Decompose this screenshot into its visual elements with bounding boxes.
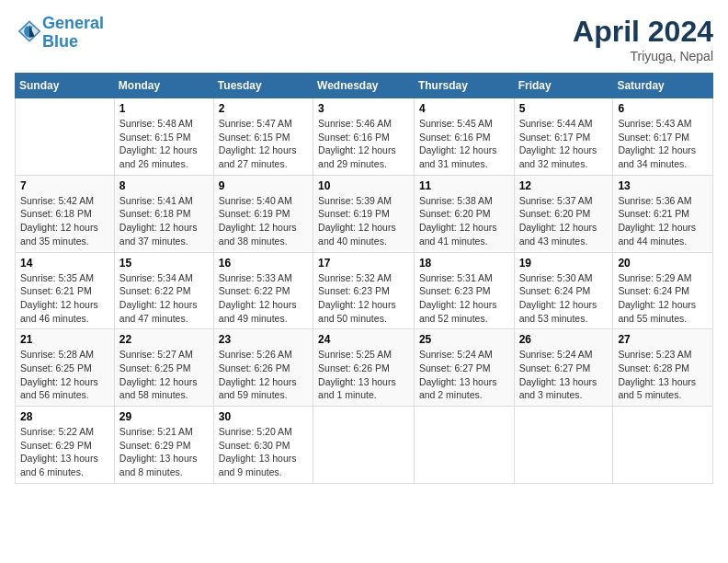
calendar-cell: 3Sunrise: 5:46 AM Sunset: 6:16 PM Daylig… [313,98,415,176]
day-info: Sunrise: 5:26 AM Sunset: 6:26 PM Dayligh… [219,348,308,402]
calendar-cell: 15Sunrise: 5:34 AM Sunset: 6:22 PM Dayli… [114,252,213,329]
calendar-cell [414,407,514,484]
calendar-cell: 8Sunrise: 5:41 AM Sunset: 6:18 PM Daylig… [114,175,213,252]
calendar-cell: 19Sunrise: 5:30 AM Sunset: 6:24 PM Dayli… [514,252,613,329]
day-number: 14 [20,257,109,270]
day-info: Sunrise: 5:36 AM Sunset: 6:21 PM Dayligh… [618,194,708,248]
day-info: Sunrise: 5:44 AM Sunset: 6:17 PM Dayligh… [519,117,609,171]
calendar-cell: 28Sunrise: 5:22 AM Sunset: 6:29 PM Dayli… [16,407,115,484]
calendar-cell: 18Sunrise: 5:31 AM Sunset: 6:23 PM Dayli… [414,252,514,329]
logo-icon [17,18,42,44]
day-info: Sunrise: 5:27 AM Sunset: 6:25 PM Dayligh… [119,348,209,402]
calendar-week-row: 7Sunrise: 5:42 AM Sunset: 6:18 PM Daylig… [16,175,713,252]
weekday-header: Thursday [414,74,514,98]
weekday-header: Wednesday [313,74,415,98]
day-number: 8 [119,179,209,192]
calendar-cell: 12Sunrise: 5:37 AM Sunset: 6:20 PM Dayli… [514,175,613,252]
title-area: April 2024 Triyuga, Nepal [573,15,713,63]
day-number: 21 [20,333,109,346]
day-info: Sunrise: 5:47 AM Sunset: 6:15 PM Dayligh… [219,117,308,171]
day-info: Sunrise: 5:43 AM Sunset: 6:17 PM Dayligh… [618,117,708,171]
calendar-header-row: SundayMondayTuesdayWednesdayThursdayFrid… [16,74,713,98]
calendar-cell: 17Sunrise: 5:32 AM Sunset: 6:23 PM Dayli… [313,252,415,329]
day-info: Sunrise: 5:28 AM Sunset: 6:25 PM Dayligh… [20,348,109,402]
day-info: Sunrise: 5:40 AM Sunset: 6:19 PM Dayligh… [219,194,308,248]
calendar-week-row: 14Sunrise: 5:35 AM Sunset: 6:21 PM Dayli… [16,252,713,329]
day-info: Sunrise: 5:34 AM Sunset: 6:22 PM Dayligh… [119,271,209,326]
day-number: 10 [318,179,409,192]
logo: General Blue [15,15,104,52]
location-subtitle: Triyuga, Nepal [573,49,713,63]
day-number: 13 [618,179,708,192]
day-info: Sunrise: 5:42 AM Sunset: 6:18 PM Dayligh… [20,194,109,248]
calendar-cell: 2Sunrise: 5:47 AM Sunset: 6:15 PM Daylig… [213,98,313,176]
day-info: Sunrise: 5:46 AM Sunset: 6:16 PM Dayligh… [318,117,409,171]
calendar-cell [514,407,613,484]
day-number: 5 [519,102,609,115]
calendar-week-row: 1Sunrise: 5:48 AM Sunset: 6:15 PM Daylig… [16,98,713,176]
calendar-cell: 9Sunrise: 5:40 AM Sunset: 6:19 PM Daylig… [213,175,313,252]
calendar-cell: 30Sunrise: 5:20 AM Sunset: 6:30 PM Dayli… [213,407,313,484]
weekday-header: Tuesday [213,74,313,98]
day-number: 25 [419,333,509,346]
weekday-header: Monday [114,74,213,98]
logo-line2: Blue [42,32,78,51]
day-number: 3 [318,102,409,115]
calendar-cell: 14Sunrise: 5:35 AM Sunset: 6:21 PM Dayli… [16,252,115,329]
day-number: 11 [419,179,509,192]
day-info: Sunrise: 5:24 AM Sunset: 6:27 PM Dayligh… [519,348,609,402]
day-number: 12 [519,179,609,192]
day-number: 4 [419,102,509,115]
calendar-cell [313,407,415,484]
day-info: Sunrise: 5:48 AM Sunset: 6:15 PM Dayligh… [119,117,209,171]
day-number: 23 [219,333,308,346]
day-number: 7 [20,179,109,192]
calendar-cell [16,98,115,176]
day-number: 28 [20,410,109,423]
day-number: 18 [419,257,509,270]
day-info: Sunrise: 5:45 AM Sunset: 6:16 PM Dayligh… [419,117,509,171]
day-info: Sunrise: 5:30 AM Sunset: 6:24 PM Dayligh… [519,271,609,326]
day-number: 2 [219,102,308,115]
calendar-cell: 6Sunrise: 5:43 AM Sunset: 6:17 PM Daylig… [613,98,713,176]
day-info: Sunrise: 5:24 AM Sunset: 6:27 PM Dayligh… [419,348,509,402]
calendar-cell: 21Sunrise: 5:28 AM Sunset: 6:25 PM Dayli… [16,329,115,407]
calendar-cell: 20Sunrise: 5:29 AM Sunset: 6:24 PM Dayli… [613,252,713,329]
day-number: 9 [219,179,308,192]
calendar-table: SundayMondayTuesdayWednesdayThursdayFrid… [15,73,713,484]
day-number: 15 [119,257,209,270]
day-info: Sunrise: 5:38 AM Sunset: 6:20 PM Dayligh… [419,194,509,248]
month-title: April 2024 [573,15,713,49]
calendar-cell: 1Sunrise: 5:48 AM Sunset: 6:15 PM Daylig… [114,98,213,176]
calendar-cell: 7Sunrise: 5:42 AM Sunset: 6:18 PM Daylig… [16,175,115,252]
calendar-cell: 25Sunrise: 5:24 AM Sunset: 6:27 PM Dayli… [414,329,514,407]
day-number: 26 [519,333,609,346]
day-info: Sunrise: 5:31 AM Sunset: 6:23 PM Dayligh… [419,271,509,326]
calendar-week-row: 28Sunrise: 5:22 AM Sunset: 6:29 PM Dayli… [16,407,713,484]
day-number: 20 [618,257,708,270]
day-number: 30 [219,410,308,423]
calendar-cell: 26Sunrise: 5:24 AM Sunset: 6:27 PM Dayli… [514,329,613,407]
day-info: Sunrise: 5:21 AM Sunset: 6:29 PM Dayligh… [119,425,209,479]
day-info: Sunrise: 5:35 AM Sunset: 6:21 PM Dayligh… [20,271,109,326]
day-number: 6 [618,102,708,115]
calendar-cell: 24Sunrise: 5:25 AM Sunset: 6:26 PM Dayli… [313,329,415,407]
weekday-header: Friday [514,74,613,98]
calendar-cell: 11Sunrise: 5:38 AM Sunset: 6:20 PM Dayli… [414,175,514,252]
calendar-cell [613,407,713,484]
logo-text: General Blue [42,15,104,52]
calendar-cell: 13Sunrise: 5:36 AM Sunset: 6:21 PM Dayli… [613,175,713,252]
day-info: Sunrise: 5:29 AM Sunset: 6:24 PM Dayligh… [618,271,708,326]
weekday-header: Saturday [613,74,713,98]
page-header: General Blue April 2024 Triyuga, Nepal [15,15,713,63]
calendar-week-row: 21Sunrise: 5:28 AM Sunset: 6:25 PM Dayli… [16,329,713,407]
logo-line1: General [42,14,104,32]
day-info: Sunrise: 5:41 AM Sunset: 6:18 PM Dayligh… [119,194,209,248]
day-number: 16 [219,257,308,270]
day-info: Sunrise: 5:25 AM Sunset: 6:26 PM Dayligh… [318,348,409,402]
calendar-cell: 10Sunrise: 5:39 AM Sunset: 6:19 PM Dayli… [313,175,415,252]
calendar-cell: 27Sunrise: 5:23 AM Sunset: 6:28 PM Dayli… [613,329,713,407]
day-number: 24 [318,333,409,346]
day-info: Sunrise: 5:20 AM Sunset: 6:30 PM Dayligh… [219,425,308,479]
day-number: 22 [119,333,209,346]
